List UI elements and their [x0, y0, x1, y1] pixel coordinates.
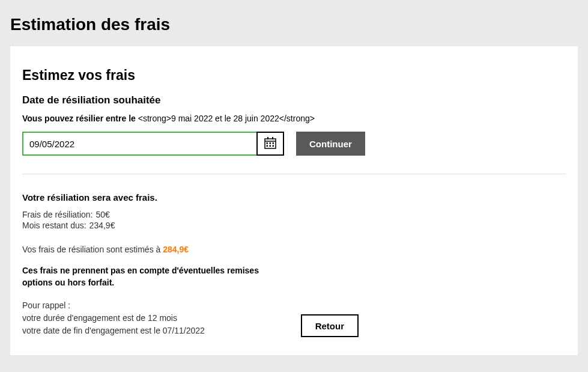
calendar-icon: [264, 137, 276, 151]
breakdown-row: Mois restant dus: 234,9€: [22, 221, 566, 230]
estimate-amount: 284,9€: [163, 245, 189, 254]
estimate-line: Vos frais de résiliation sont estimés à …: [22, 245, 566, 254]
svg-rect-6: [273, 142, 274, 144]
page-title: Estimation des frais: [0, 0, 588, 46]
date-input-wrap: [22, 132, 284, 156]
divider: [22, 174, 566, 174]
svg-rect-2: [267, 137, 268, 139]
svg-rect-8: [270, 145, 271, 147]
disclaimer: Ces frais ne prennent pas en compte d'év…: [22, 265, 262, 288]
svg-rect-4: [267, 142, 268, 144]
breakdown-label: Frais de résiliation:: [22, 210, 93, 219]
breakdown: Frais de résiliation: 50€ Mois restant d…: [22, 210, 566, 230]
reminder-intro: Pour rappel :: [22, 299, 205, 312]
date-range-prefix: Vous pouvez résilier entre le: [22, 114, 138, 123]
estimate-prefix: Vos frais de résiliation sont estimés à: [22, 245, 163, 254]
result-heading: Votre résiliation sera avec frais.: [22, 192, 566, 203]
svg-rect-7: [267, 145, 268, 147]
svg-rect-5: [270, 142, 271, 144]
breakdown-value: 50€: [96, 210, 110, 219]
estimation-card: Estimez vos frais Date de résiliation so…: [10, 46, 578, 355]
svg-rect-3: [272, 137, 273, 139]
date-input-row: Continuer: [22, 132, 566, 156]
continue-button[interactable]: Continuer: [296, 132, 365, 156]
reminder-block: Pour rappel : votre durée d'engagement e…: [22, 299, 205, 337]
breakdown-row: Frais de résiliation: 50€: [22, 210, 566, 219]
reminder-line: votre date de fin d'engagement est le 07…: [22, 325, 205, 337]
date-section-label: Date de résiliation souhaitée: [22, 94, 566, 106]
card-title: Estimez vos frais: [22, 67, 566, 84]
footer-row: Pour rappel : votre durée d'engagement e…: [22, 299, 359, 337]
date-range-raw: <strong>9 mai 2022 et le 28 juin 2022</s…: [138, 114, 315, 123]
termination-date-input[interactable]: [22, 132, 256, 156]
return-button[interactable]: Retour: [301, 314, 359, 337]
breakdown-value: 234,9€: [89, 221, 115, 230]
svg-rect-9: [273, 145, 274, 147]
calendar-button[interactable]: [256, 132, 284, 156]
date-range-info: Vous pouvez résilier entre le <strong>9 …: [22, 114, 566, 123]
reminder-line: votre durée d'engagement est de 12 mois: [22, 312, 205, 325]
breakdown-label: Mois restant dus:: [22, 221, 86, 230]
